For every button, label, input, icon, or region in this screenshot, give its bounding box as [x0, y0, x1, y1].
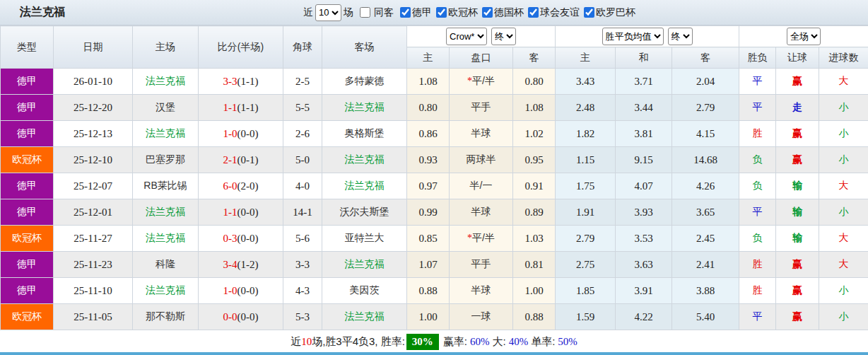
home-team-cell: 巴塞罗那 [133, 147, 199, 173]
filter-checkbox-club-friendly[interactable] [528, 7, 539, 18]
summary-prefix: 近 [291, 335, 301, 349]
date-cell: 25-11-23 [54, 252, 133, 278]
odds-time-select[interactable]: 终 [491, 28, 516, 45]
league-badge: 欧冠杯 [1, 304, 54, 330]
col-header-home: 主场 [133, 26, 199, 69]
result-cell: 负 [739, 173, 776, 199]
result-cell: 胜 [739, 121, 776, 147]
date-cell: 25-12-20 [54, 95, 133, 121]
home-team-cell: 那不勒斯 [133, 304, 199, 330]
avg-away-cell: 4.15 [672, 121, 739, 147]
away-odds-cell: 1.00 [513, 278, 556, 304]
table-row: 德甲 25-12-20 汉堡 1-1(1-1) 5-5 法兰克福 0.80 *平… [1, 95, 868, 121]
handicap-value: 半球 [471, 206, 491, 217]
avg-away-cell: 5.40 [672, 304, 739, 330]
full-time-score: 1-0 [223, 285, 237, 296]
scope-select[interactable]: 全场 [787, 28, 821, 45]
col-header-handicap: 盘口 [450, 47, 513, 69]
full-time-score: 0-0 [223, 311, 237, 322]
away-odds-cell: 1.08 [513, 95, 556, 121]
handicap-result-cell: 输 [776, 226, 819, 252]
away-team-cell: 多特蒙德 [322, 69, 407, 95]
big-value: 40% [509, 336, 529, 348]
handicap-cell: *平/半 [450, 226, 513, 252]
score-cell: 1-0(0-0) [199, 121, 283, 147]
avg-away-cell: 2.04 [672, 69, 739, 95]
avg-time-select[interactable]: 终 [668, 28, 693, 45]
away-team-cell: 美因茨 [322, 278, 407, 304]
avg-home-cell: 1.75 [556, 173, 616, 199]
league-badge: 德甲 [1, 252, 54, 278]
avg-draw-cell: 3.44 [616, 95, 672, 121]
score-cell: 0-3(0-0) [199, 226, 283, 252]
filter-label: 欧冠杯 [448, 6, 478, 19]
league-badge: 欧冠杯 [1, 147, 54, 173]
filter-label: 德甲 [412, 6, 432, 19]
handicap-cell: *平手 [450, 252, 513, 278]
table-row: 德甲 25-12-13 法兰克福 1-0(0-0) 2-6 奥格斯堡 0.86 … [1, 121, 868, 147]
avg-home-cell: 1.91 [556, 199, 616, 226]
half-time-score: (1-2) [237, 259, 259, 270]
scope-select-group: 全场 [739, 26, 868, 47]
avg-draw-cell: 3.93 [616, 199, 672, 226]
filter-checkbox-bundesliga[interactable] [400, 7, 411, 18]
half-time-score: (0-0) [237, 233, 259, 244]
summary-footer: 近10场,胜3平4负3, 胜率:30% 赢率:60% 大:40% 单率:50% [0, 330, 868, 353]
filter-checkbox-german-cup[interactable] [482, 7, 493, 18]
corner-cell: 3-3 [283, 252, 322, 278]
date-cell: 26-01-10 [54, 69, 133, 95]
home-team-cell: 法兰克福 [133, 69, 199, 95]
avg-select-group: 胜平负均值终 [556, 26, 739, 47]
table-row: 德甲 25-11-23 科隆 3-4(1-2) 3-3 法兰克福 1.07 *平… [1, 252, 868, 278]
filter-label: 德国杯 [494, 6, 524, 19]
handicap-star: * [467, 76, 472, 86]
away-team-cell: 法兰克福 [322, 304, 407, 330]
league-badge: 欧冠杯 [1, 226, 54, 252]
result-cell: 平 [739, 199, 776, 226]
avg-type-select[interactable]: 胜平负均值 [602, 28, 664, 45]
handicap-value: 平/半 [472, 232, 495, 243]
result-cell: 负 [739, 147, 776, 173]
home-team-cell: 汉堡 [133, 95, 199, 121]
table-row: 欧冠杯 25-11-05 那不勒斯 0-0(0-0) 5-3 法兰克福 1.00… [1, 304, 868, 330]
recent-count-select[interactable]: 10 [315, 4, 341, 21]
away-odds-cell: 0.91 [513, 173, 556, 199]
half-time-score: (0-0) [237, 285, 259, 296]
avg-draw-cell: 3.81 [616, 121, 672, 147]
goals-result-cell: 大 [819, 69, 868, 95]
full-time-score: 0-3 [223, 233, 237, 244]
score-cell: 1-1(1-1) [199, 95, 283, 121]
home-odds-cell: 0.88 [407, 278, 450, 304]
avg-home-cell: 2.48 [556, 95, 616, 121]
same-away-checkbox[interactable] [360, 7, 370, 18]
home-team-cell: 科隆 [133, 252, 199, 278]
result-cell: 负 [739, 226, 776, 252]
goals-result-cell: 小 [819, 147, 868, 173]
half-time-score: (2-0) [237, 180, 259, 192]
home-odds-cell: 1.07 [407, 252, 450, 278]
avg-home-cell: 2.79 [556, 226, 616, 252]
handicap-star: * [467, 233, 472, 243]
odds-company-select[interactable]: Crow* [446, 28, 487, 45]
single-value: 50% [558, 336, 577, 348]
away-team-cell: 沃尔夫斯堡 [322, 199, 407, 226]
full-time-score: 6-0 [223, 180, 237, 192]
full-time-score: 2-1 [223, 154, 237, 165]
handicap-value: 平手 [471, 101, 491, 112]
col-header-away: 客场 [322, 26, 407, 69]
avg-away-cell: 2.45 [672, 226, 739, 252]
corner-cell: 5-0 [283, 147, 322, 173]
match-stats-panel: 法兰克福 近 10 场 同客 德甲 欧冠杯 德国杯 球会友谊 欧罗巴杯 [0, 0, 868, 355]
goals-result-cell: 小 [819, 121, 868, 147]
avg-draw-cell: 9.15 [616, 147, 672, 173]
handicap-value: 平/半 [472, 75, 495, 86]
col-header-result: 胜负 [739, 47, 776, 69]
league-badge: 德甲 [1, 278, 54, 304]
filter-checkbox-europa-league[interactable] [584, 7, 594, 18]
home-odds-cell: 0.99 [407, 199, 450, 226]
handicap-result-cell: 走 [776, 95, 819, 121]
avg-home-cell: 1.82 [556, 121, 616, 147]
avg-away-cell: 3.88 [672, 278, 739, 304]
filter-checkbox-champions-league[interactable] [436, 7, 447, 18]
handicap-value: 两球半 [467, 153, 496, 165]
